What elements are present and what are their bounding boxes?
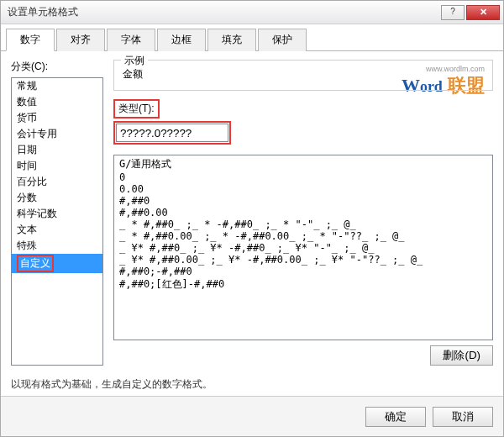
tab-字体[interactable]: 字体 (107, 29, 155, 51)
tab-数字[interactable]: 数字 (6, 29, 55, 51)
window-buttons: ? ✕ (441, 5, 500, 20)
type-row (113, 121, 493, 150)
format-code-item[interactable]: #,##0.00 (114, 207, 492, 218)
format-code-item[interactable]: G/通用格式 (114, 157, 492, 171)
hint-text: 以现有格式为基础，生成自定义的数字格式。 (11, 377, 493, 392)
category-item[interactable]: 时间 (12, 158, 102, 174)
category-item[interactable]: 文本 (12, 222, 102, 238)
titlebar: 设置单元格格式 ? ✕ (1, 1, 503, 24)
format-code-item[interactable]: #,##0;[红色]-#,##0 (114, 277, 492, 292)
format-cells-dialog: 设置单元格格式 ? ✕ 数字对齐字体边框填充保护 分类(C): 常规数值货币会计… (0, 0, 504, 437)
category-label: 分类(C): (11, 60, 103, 74)
dialog-footer: 确定 取消 (1, 396, 503, 436)
category-item[interactable]: 常规 (12, 78, 102, 94)
type-input[interactable] (116, 124, 228, 142)
category-item[interactable]: 会计专用 (12, 126, 102, 142)
example-legend: 示例 (121, 54, 148, 68)
category-item[interactable]: 日期 (12, 142, 102, 158)
detail-column: www.wordlm.com Word 联盟 示例 金额 类型(T): (113, 60, 493, 366)
category-item[interactable]: 数值 (12, 94, 102, 110)
window-title: 设置单元格格式 (8, 5, 441, 19)
category-item[interactable]: 百分比 (12, 174, 102, 190)
example-group: 示例 金额 (113, 60, 493, 91)
category-item[interactable]: 分数 (12, 190, 102, 206)
format-code-item[interactable]: #,##0;-#,##0 (114, 266, 492, 277)
cancel-button[interactable]: 取消 (433, 407, 493, 427)
format-code-item[interactable]: 0.00 (114, 183, 492, 195)
type-label-highlight: 类型(T): (113, 99, 160, 118)
category-list[interactable]: 常规数值货币会计专用日期时间百分比分数科学记数文本特殊自定义 (11, 77, 103, 366)
tab-填充[interactable]: 填充 (207, 29, 256, 51)
format-code-item[interactable]: 0 (114, 171, 492, 183)
category-item[interactable]: 自定义 (12, 254, 102, 273)
example-value: 金额 (123, 67, 484, 82)
format-code-item[interactable]: _ * #,##0_ ;_ * -#,##0_ ;_ * "-"_ ;_ @_ (114, 218, 492, 230)
help-button[interactable]: ? (441, 5, 465, 20)
close-button[interactable]: ✕ (466, 5, 500, 20)
delete-row: 删除(D) (113, 345, 493, 366)
type-label: 类型(T): (118, 103, 155, 114)
upper-area: 分类(C): 常规数值货币会计专用日期时间百分比分数科学记数文本特殊自定义 ww… (11, 60, 493, 366)
category-column: 分类(C): 常规数值货币会计专用日期时间百分比分数科学记数文本特殊自定义 (11, 60, 103, 366)
dialog-body: 分类(C): 常规数值货币会计专用日期时间百分比分数科学记数文本特殊自定义 ww… (1, 51, 503, 400)
delete-button[interactable]: 删除(D) (430, 345, 493, 366)
tab-边框[interactable]: 边框 (157, 29, 206, 51)
tab-strip: 数字对齐字体边框填充保护 (1, 24, 503, 51)
format-code-item[interactable]: _ * #,##0.00_ ;_ * -#,##0.00_ ;_ * "-"??… (114, 230, 492, 242)
format-code-item[interactable]: _ ¥* #,##0_ ;_ ¥* -#,##0_ ;_ ¥* "-"_ ;_ … (114, 242, 492, 254)
category-item[interactable]: 科学记数 (12, 206, 102, 222)
format-code-item[interactable]: _ ¥* #,##0.00_ ;_ ¥* -#,##0.00_ ;_ ¥* "-… (114, 254, 492, 266)
category-item[interactable]: 特殊 (12, 238, 102, 254)
tab-对齐[interactable]: 对齐 (56, 29, 105, 51)
type-label-container: 类型(T): (113, 99, 493, 121)
tab-保护[interactable]: 保护 (258, 29, 307, 51)
category-item[interactable]: 货币 (12, 110, 102, 126)
format-code-item[interactable]: #,##0 (114, 195, 492, 207)
type-input-highlight (113, 121, 231, 145)
ok-button[interactable]: 确定 (365, 407, 426, 427)
format-code-list[interactable]: G/通用格式00.00#,##0#,##0.00_ * #,##0_ ;_ * … (113, 155, 493, 340)
